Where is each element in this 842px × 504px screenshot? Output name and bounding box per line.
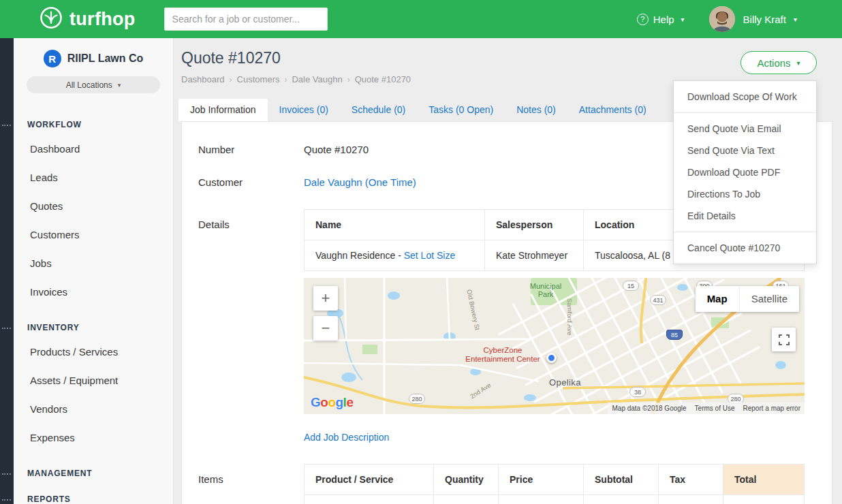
section-label-inventory: INVENTORY [14, 323, 173, 332]
map-type-map-button[interactable]: Map [696, 286, 739, 312]
items-header-quantity: Quantity [434, 464, 499, 495]
tab-invoices[interactable]: Invoices (0) [268, 99, 340, 121]
details-header-name: Name [305, 210, 485, 240]
breadcrumb-dashboard[interactable]: Dashboard [181, 74, 225, 84]
sidebar-item-invoices[interactable]: Invoices [14, 278, 173, 306]
menu-item-directions-to-job[interactable]: Directions To Job [674, 183, 816, 205]
menu-item-send-quote-via-text[interactable]: Send Quote Via Text [674, 140, 816, 161]
set-lot-size-link[interactable]: Set Lot Size [404, 250, 456, 261]
section-label-reports[interactable]: REPORTS [14, 494, 173, 504]
menu-item-download-quote-pdf[interactable]: Download Quote PDF [674, 161, 816, 183]
locations-label: All Locations [66, 80, 112, 90]
sidebar-item-leads[interactable]: Leads [14, 163, 173, 192]
sidebar-item-quotes[interactable]: Quotes [14, 192, 173, 221]
breadcrumb-current: Quote #10270 [355, 74, 411, 84]
job-site-name: Vaughn Residence - [315, 250, 401, 261]
chevron-down-icon: ▾ [118, 82, 121, 89]
actions-label: Actions [757, 57, 790, 69]
map-attribution: Map data ©2018 Google Terms of Use Repor… [608, 403, 805, 414]
actions-dropdown-menu: Download Scope Of Work Send Quote Via Em… [673, 80, 817, 264]
tab-job-information[interactable]: Job Information [178, 99, 268, 121]
menu-item-download-scope-of-work[interactable]: Download Scope Of Work [674, 86, 816, 108]
route-shield-15: 15 [623, 281, 639, 291]
salesperson-value: Kate Strohmeyer [485, 240, 584, 271]
customer-link[interactable]: Dale Vaughn [304, 176, 362, 188]
sidebar-item-assets-equipment[interactable]: Assets / Equipment [14, 366, 173, 395]
nav-section-workflow: WORKFLOW Dashboard Leads Quotes Customer… [14, 120, 173, 306]
search-input[interactable] [164, 7, 328, 31]
map-location-marker [546, 353, 557, 363]
report-map-error-link[interactable]: Report a map error [743, 405, 800, 412]
turfhop-logo-icon [40, 6, 63, 32]
items-label: Items [198, 464, 304, 504]
google-logo[interactable]: Google [311, 395, 353, 410]
actions-button[interactable]: Actions ▾ [740, 51, 817, 74]
items-table-row [305, 495, 805, 504]
locations-selector[interactable]: All Locations ▾ [27, 76, 160, 93]
chevron-down-icon: ▾ [797, 59, 800, 67]
sidebar-item-vendors[interactable]: Vendors [14, 395, 173, 424]
menu-divider [674, 112, 816, 113]
map-park-label: Municipal Park [523, 282, 568, 298]
items-header-total: Total [723, 464, 805, 495]
company-name: RIIPL Lawn Co [67, 52, 144, 65]
breadcrumb-customer[interactable]: Dale Vaughn [292, 74, 342, 84]
map-data-credit: Map data ©2018 Google [612, 405, 686, 412]
terms-of-use-link[interactable]: Terms of Use [695, 405, 735, 412]
details-label: Details [198, 209, 304, 443]
breadcrumb-separator: › [347, 75, 350, 84]
items-row: Items Product / Service Quantity Price S… [198, 464, 815, 504]
items-header-tax: Tax [659, 464, 723, 495]
breadcrumb-separator: › [284, 75, 287, 84]
nav-section-inventory: INVENTORY Products / Services Assets / E… [14, 323, 173, 452]
tab-schedule[interactable]: Schedule (0) [340, 99, 417, 121]
items-header-product-service: Product / Service [305, 464, 434, 495]
menu-item-send-quote-via-email[interactable]: Send Quote Via Email [674, 118, 816, 140]
map-type-satellite-button[interactable]: Satellite [739, 286, 799, 312]
main-content: Quote #10270 Dashboard › Customers › Dal… [174, 38, 842, 504]
company-logo-icon: R [44, 50, 61, 67]
map-street-label: Samford Ave [566, 298, 574, 335]
help-icon: ? [637, 14, 649, 25]
customer-type-link[interactable]: (One Time) [365, 176, 416, 188]
menu-divider [674, 232, 816, 232]
chevron-down-icon: ▾ [794, 16, 797, 23]
sidebar: R RIIPL Lawn Co All Locations ▾ WORKFLOW… [14, 38, 174, 504]
topbar: turfhop ? Help ▾ Billy Kraft ▾ [0, 0, 842, 38]
items-table: Product / Service Quantity Price Subtota… [304, 464, 805, 504]
menu-item-cancel-quote[interactable]: Cancel Quote #10270 [674, 237, 816, 259]
add-job-description-link[interactable]: Add Job Description [304, 432, 805, 443]
user-name: Billy Kraft [743, 14, 786, 25]
brand[interactable]: turfhop [40, 6, 136, 32]
details-header-salesperson: Salesperson [485, 210, 584, 240]
breadcrumb-customers[interactable]: Customers [237, 74, 280, 84]
tab-attachments[interactable]: Attachments (0) [567, 99, 658, 121]
map-city-label: Opelika [549, 377, 581, 388]
sidebar-item-jobs[interactable]: Jobs [14, 249, 173, 278]
sidebar-item-customers[interactable]: Customers [14, 221, 173, 249]
nav-section-management: MANAGEMENT [14, 469, 173, 478]
tab-tasks[interactable]: Tasks (0 Open) [417, 99, 505, 121]
route-shield-280: 280 [409, 394, 425, 404]
customer-label: Customer [198, 176, 304, 188]
sidebar-item-products-services[interactable]: Products / Services [14, 338, 173, 366]
sidebar-item-dashboard[interactable]: Dashboard [14, 135, 173, 163]
map-zoom-in-button[interactable]: + [313, 286, 338, 311]
help-menu[interactable]: ? Help ▾ [637, 14, 685, 25]
map-fullscreen-button[interactable] [772, 328, 796, 351]
sidebar-nav: WORKFLOW Dashboard Leads Quotes Customer… [14, 120, 173, 504]
job-location-map[interactable]: + − Map Satellite Municipal Park CyberZo… [304, 278, 805, 414]
avatar[interactable] [709, 6, 735, 32]
map-zoom-out-button[interactable]: − [313, 316, 338, 341]
section-label-management[interactable]: MANAGEMENT [14, 469, 173, 478]
map-type-control: Map Satellite [696, 286, 799, 312]
tab-notes[interactable]: Notes (0) [505, 99, 567, 121]
interstate-shield-85: 85 [666, 330, 683, 340]
sidebar-item-expenses[interactable]: Expenses [14, 424, 173, 452]
company-switcher[interactable]: R RIIPL Lawn Co [14, 38, 173, 67]
user-menu[interactable]: Billy Kraft ▾ [743, 14, 797, 25]
menu-item-edit-details[interactable]: Edit Details [674, 205, 816, 227]
route-shield-431: 431 [650, 295, 666, 305]
route-shield-38: 38 [629, 387, 646, 397]
sidebar-rail [0, 38, 14, 504]
